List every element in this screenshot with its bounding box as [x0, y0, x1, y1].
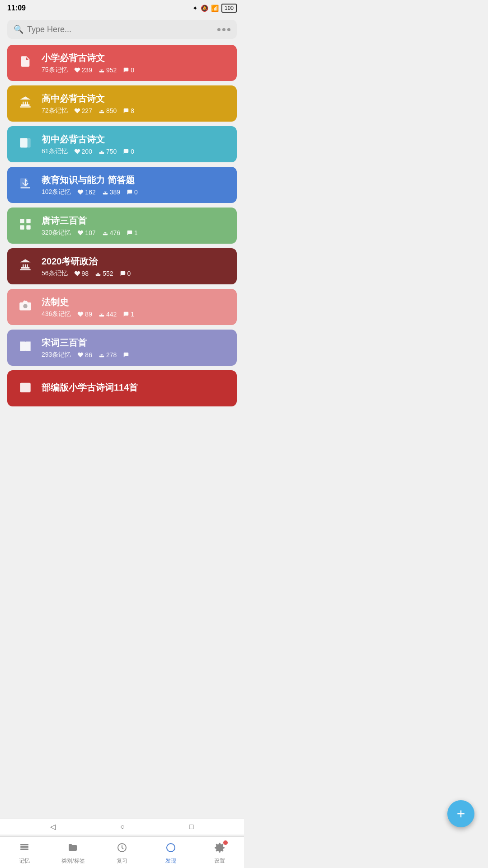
- card-icon: [16, 340, 34, 356]
- downloads-count: 850: [99, 107, 117, 114]
- card-icon: [16, 381, 34, 396]
- card-content: 法制史 436条记忆 89 442 1: [42, 296, 228, 318]
- svg-rect-3: [22, 142, 26, 143]
- svg-rect-5: [20, 219, 24, 223]
- card-title: 初中必背古诗文: [42, 133, 228, 146]
- card-title: 唐诗三百首: [42, 215, 228, 227]
- card-title: 2020考研政治: [42, 255, 228, 268]
- comments-count: [123, 352, 129, 358]
- memories-count: 75条记忆: [42, 66, 68, 74]
- memories-count: 72条记忆: [42, 107, 68, 115]
- wifi-icon: 📶: [211, 5, 219, 12]
- comments-count: 1: [123, 311, 134, 318]
- svg-point-9: [23, 304, 27, 308]
- likes-count: 162: [77, 189, 95, 196]
- likes-count: 89: [77, 311, 92, 318]
- card-content: 高中必背古诗文 72条记忆 227 850 8: [42, 93, 228, 115]
- card-item-5[interactable]: 唐诗三百首 320条记忆 107 476 1: [7, 208, 237, 244]
- downloads-count: 278: [99, 351, 117, 359]
- card-stats: 102条记忆 162 389 0: [42, 188, 228, 196]
- card-item-4[interactable]: 教育知识与能力 简答题 102条记忆 162 389 0: [7, 167, 237, 203]
- memories-count: 102条记忆: [42, 188, 71, 196]
- card-title: 法制史: [42, 296, 228, 308]
- card-icon: [16, 96, 34, 112]
- card-stats: 61条记忆 200 750 0: [42, 147, 228, 156]
- svg-rect-13: [24, 387, 26, 389]
- memories-count: 320条记忆: [42, 229, 71, 237]
- card-item-3[interactable]: 初中必背古诗文 61条记忆 200 750 0: [7, 126, 237, 162]
- card-item-8[interactable]: 宋词三百首 293条记忆 86 278: [7, 330, 237, 366]
- card-title: 部编版小学古诗词114首: [42, 382, 228, 394]
- svg-text:+: +: [24, 299, 25, 302]
- card-icon: [16, 137, 34, 152]
- card-title: 高中必背古诗文: [42, 93, 228, 105]
- card-icon: [16, 177, 34, 193]
- card-content: 小学必背古诗文 75条记忆 239 952 0: [42, 52, 228, 74]
- comments-count: 0: [123, 66, 134, 74]
- card-content: 2020考研政治 56条记忆 98 552 0: [42, 255, 228, 278]
- more-options-button[interactable]: [217, 28, 230, 31]
- card-content: 教育知识与能力 简答题 102条记忆 162 389 0: [42, 174, 228, 196]
- card-content: 部编版小学古诗词114首: [42, 382, 228, 396]
- comments-count: 8: [123, 107, 134, 114]
- search-icon: 🔍: [14, 24, 23, 34]
- memories-count: 436条记忆: [42, 310, 71, 318]
- search-input[interactable]: [27, 25, 214, 34]
- status-icons: ✦ 🔕 📶 100: [192, 4, 237, 13]
- card-icon: +: [16, 299, 34, 315]
- svg-rect-8: [26, 225, 30, 229]
- svg-rect-6: [26, 219, 30, 223]
- card-stats: 72条记忆 227 850 8: [42, 107, 228, 115]
- downloads-count: 476: [102, 229, 120, 236]
- card-item-9[interactable]: 部编版小学古诗词114首: [7, 370, 237, 406]
- likes-count: 98: [74, 270, 89, 277]
- comments-count: 0: [123, 148, 134, 155]
- comments-count: 0: [127, 189, 138, 196]
- comments-count: 0: [120, 270, 131, 277]
- downloads-count: 952: [99, 66, 117, 74]
- likes-count: 227: [74, 107, 92, 114]
- card-item-7[interactable]: + 法制史 436条记忆 89 442 1: [7, 289, 237, 325]
- svg-rect-12: [22, 387, 23, 389]
- bluetooth-icon: ✦: [192, 5, 198, 12]
- card-stats: 436条记忆 89 442 1: [42, 310, 228, 318]
- card-stats: 75条记忆 239 952 0: [42, 66, 228, 74]
- card-title: 小学必背古诗文: [42, 52, 228, 64]
- card-icon: [16, 218, 34, 234]
- card-icon: [16, 259, 34, 274]
- search-bar[interactable]: 🔍: [7, 20, 237, 39]
- card-list: 小学必背古诗文 75条记忆 239 952 0 高: [0, 42, 244, 445]
- likes-count: 239: [74, 66, 92, 74]
- card-item-2[interactable]: 高中必背古诗文 72条记忆 227 850 8: [7, 85, 237, 122]
- memories-count: 61条记忆: [42, 147, 68, 156]
- likes-count: 107: [77, 229, 95, 236]
- memories-count: 56条记忆: [42, 269, 68, 278]
- card-title: 宋词三百首: [42, 337, 228, 349]
- card-item-6[interactable]: 2020考研政治 56条记忆 98 552 0: [7, 248, 237, 284]
- card-icon: [16, 55, 34, 71]
- memories-count: 293条记忆: [42, 351, 71, 359]
- card-content: 初中必背古诗文 61条记忆 200 750 0: [42, 133, 228, 156]
- card-item-1[interactable]: 小学必背古诗文 75条记忆 239 952 0: [7, 45, 237, 81]
- card-stats: 320条记忆 107 476 1: [42, 229, 228, 237]
- downloads-count: 389: [102, 189, 120, 196]
- card-stats: 56条记忆 98 552 0: [42, 269, 228, 278]
- svg-rect-4: [20, 178, 27, 187]
- downloads-count: 750: [99, 148, 117, 155]
- card-content: 宋词三百首 293条记忆 86 278: [42, 337, 228, 359]
- svg-rect-7: [20, 225, 24, 229]
- battery-icon: 100: [221, 4, 237, 13]
- card-content: 唐诗三百首 320条记忆 107 476 1: [42, 215, 228, 237]
- comments-count: 1: [127, 229, 138, 236]
- downloads-count: 442: [99, 311, 117, 318]
- bell-icon: 🔕: [201, 5, 208, 12]
- card-stats: 293条记忆 86 278: [42, 351, 228, 359]
- downloads-count: 552: [95, 270, 113, 277]
- svg-rect-2: [22, 140, 26, 141]
- card-title: 教育知识与能力 简答题: [42, 174, 228, 186]
- likes-count: 86: [77, 351, 92, 359]
- status-time: 11:09: [7, 4, 26, 12]
- likes-count: 200: [74, 148, 92, 155]
- status-bar: 11:09 ✦ 🔕 📶 100: [0, 0, 244, 16]
